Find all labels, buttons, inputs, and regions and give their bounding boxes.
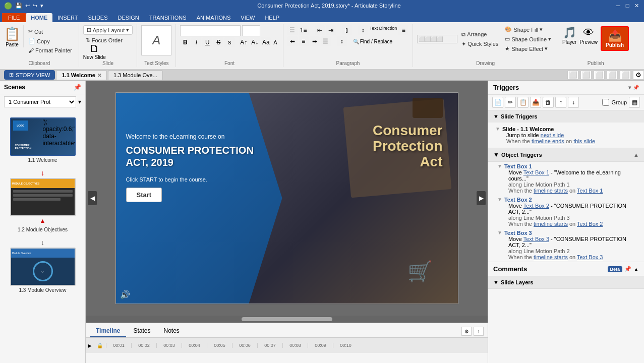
shape-fill-button[interactable]: 🎨 Shape Fill ▾: [502, 25, 554, 34]
underline-button[interactable]: U: [202, 37, 212, 47]
states-tab[interactable]: States: [127, 325, 156, 337]
font-name-input[interactable]: [180, 25, 241, 36]
copy-button[interactable]: 📄 Copy: [26, 37, 75, 45]
tab-design[interactable]: DESIGN: [113, 13, 144, 22]
lock-button[interactable]: 🔒: [97, 343, 106, 348]
object-triggers-header[interactable]: ▼ Object Triggers ▲: [488, 148, 644, 162]
paste-button[interactable]: 📋 Paste: [4, 25, 24, 47]
shape-outline-button[interactable]: ▭ Shape Outline ▾: [502, 35, 554, 43]
italic-button[interactable]: I: [191, 37, 201, 47]
slide-thumb-1-3[interactable]: Module Overview ○: [10, 248, 76, 286]
trigger-move-down-button[interactable]: ↓: [568, 97, 579, 108]
textbox3-timeline-link[interactable]: timeline starts: [534, 254, 568, 260]
decrease-indent-button[interactable]: ⇤: [315, 25, 325, 35]
timeline-collapse-button[interactable]: ↑: [474, 327, 484, 336]
timeline-settings-button[interactable]: ⚙: [461, 327, 472, 336]
slide-layers-header[interactable]: ▼ Slide Layers: [488, 276, 644, 289]
view-mode-2-button[interactable]: ⬜: [580, 71, 592, 80]
tab-slides[interactable]: SLIDES: [83, 13, 112, 22]
textbox3-ref-link[interactable]: Text Box 3: [577, 254, 603, 260]
slide-tab-welcome-close[interactable]: ✕: [97, 73, 101, 78]
text-styles-button[interactable]: A: [141, 25, 171, 55]
justify-button[interactable]: ☰: [321, 36, 331, 46]
player-button[interactable]: 🎵 Player: [562, 26, 576, 45]
quick-access-save[interactable]: 💾: [15, 3, 22, 9]
align-center-button[interactable]: ≡: [299, 36, 309, 46]
trigger-copy-button[interactable]: 📋: [517, 97, 529, 108]
textbox3-name[interactable]: Text Box 3: [504, 230, 639, 236]
tab-view[interactable]: VIEW: [236, 13, 260, 22]
timeline-ends-link[interactable]: timeline ends: [532, 138, 564, 144]
tab-insert[interactable]: INSERT: [52, 13, 83, 22]
strikethrough-button[interactable]: S: [213, 37, 223, 47]
textbox1-timeline-link[interactable]: timeline starts: [534, 188, 568, 194]
slide-thumb-1-1[interactable]: LOGO '); opacity:0.6;" data-interactable…: [10, 117, 76, 156]
cut-button[interactable]: ✂ Cut: [26, 27, 75, 36]
group-checkbox[interactable]: [602, 99, 609, 106]
next-slide-link[interactable]: next slide: [541, 132, 564, 138]
canvas-prev-button[interactable]: ◀: [88, 191, 97, 205]
scenes-pin-button[interactable]: 📌: [74, 84, 81, 91]
textbox2-ref-link[interactable]: Text Box 2: [577, 221, 603, 227]
tab-animations[interactable]: ANIMATIONS: [192, 13, 236, 22]
slide-item-1-2[interactable]: MODULE OBJECTIVES ▲ 1.2 Module Objective…: [4, 178, 81, 232]
view-mode-5-button[interactable]: ⬜: [620, 71, 631, 80]
numbering-button[interactable]: 1≡: [299, 25, 309, 35]
bold-button[interactable]: B: [180, 37, 190, 47]
textbox2-timeline-link[interactable]: timeline starts: [534, 221, 568, 227]
clear-format-button[interactable]: Aa: [261, 37, 271, 47]
textbox3-move-link[interactable]: Text Box 3: [523, 236, 549, 242]
bullets-button[interactable]: ☰: [287, 25, 298, 35]
story-view-button[interactable]: ⊞ STORY VIEW: [4, 70, 55, 80]
textbox1-ref-link[interactable]: Text Box 1: [577, 188, 603, 194]
quick-styles-button[interactable]: ✦ Quick Styles: [459, 40, 501, 48]
shadow-button[interactable]: s: [224, 37, 235, 47]
font-size-input[interactable]: [242, 25, 260, 36]
trigger-delete-button[interactable]: 🗑: [543, 97, 554, 108]
triggers-pin-btn[interactable]: 📌: [633, 85, 639, 90]
play-button[interactable]: ▶: [88, 343, 97, 348]
preview-button[interactable]: 👁 Preview: [579, 26, 598, 45]
align-left-button[interactable]: ⬅: [287, 36, 298, 46]
notes-tab[interactable]: Notes: [158, 325, 186, 337]
textbox2-name[interactable]: Text Box 2: [504, 197, 639, 203]
textbox2-move-link[interactable]: Text Box 2: [523, 203, 549, 209]
minimize-btn[interactable]: ─: [615, 2, 622, 9]
decrease-font-button[interactable]: A↓: [250, 37, 260, 47]
format-painter-button[interactable]: 🖌 Format Painter: [26, 46, 75, 54]
close-btn[interactable]: ✕: [633, 2, 640, 9]
comments-pin-button[interactable]: 📌: [624, 266, 631, 272]
group-options-button[interactable]: ▦: [629, 97, 640, 108]
timeline-tab[interactable]: Timeline: [90, 325, 126, 337]
start-button[interactable]: Start: [126, 188, 162, 202]
this-slide-link[interactable]: this slide: [573, 138, 595, 144]
textbox1-name[interactable]: Text Box 1: [504, 163, 639, 169]
quick-access-redo[interactable]: ↪: [33, 3, 37, 9]
canvas-next-button[interactable]: ▶: [477, 191, 486, 205]
arrange-button[interactable]: ⧉ Arrange: [459, 30, 501, 39]
new-slide-button[interactable]: 🗋 New Slide: [83, 43, 106, 60]
tab-home[interactable]: HOME: [26, 13, 52, 22]
tab-transitions[interactable]: TRANSITIONS: [144, 13, 192, 22]
scene-dropdown[interactable]: 1 Consumer Prot: [4, 96, 76, 107]
increase-font-button[interactable]: A↑: [239, 37, 249, 47]
slide-tab-module[interactable]: 1.3 Module Ove...: [108, 70, 163, 80]
find-replace-label[interactable]: 🔍 Find / Replace: [353, 39, 392, 44]
comments-collapse-button[interactable]: ▲: [633, 266, 639, 272]
slide-tab-welcome[interactable]: 1.1 Welcome ✕: [56, 70, 106, 80]
align-text-button[interactable]: ≡: [398, 25, 408, 35]
settings-button[interactable]: ⚙: [633, 71, 644, 80]
line-spacing-button[interactable]: ↕: [337, 36, 347, 46]
tab-help[interactable]: HELP: [260, 13, 284, 22]
slide-thumb-1-2[interactable]: MODULE OBJECTIVES: [10, 178, 76, 216]
view-mode-4-button[interactable]: ⬜: [607, 71, 618, 80]
volume-button[interactable]: 🔊: [120, 290, 130, 299]
textbox1-move-link[interactable]: Text Box 1: [523, 169, 549, 175]
trigger-paste-button[interactable]: 📥: [530, 97, 541, 108]
publish-button[interactable]: 📤 Publish: [601, 26, 629, 51]
maximize-btn[interactable]: □: [624, 2, 631, 9]
view-mode-1-button[interactable]: ⬜: [567, 71, 578, 80]
trigger-edit-button[interactable]: ✏: [505, 97, 516, 108]
slide-triggers-header[interactable]: ▼ Slide Triggers: [488, 110, 644, 123]
object-triggers-collapse[interactable]: ▲: [633, 152, 639, 158]
